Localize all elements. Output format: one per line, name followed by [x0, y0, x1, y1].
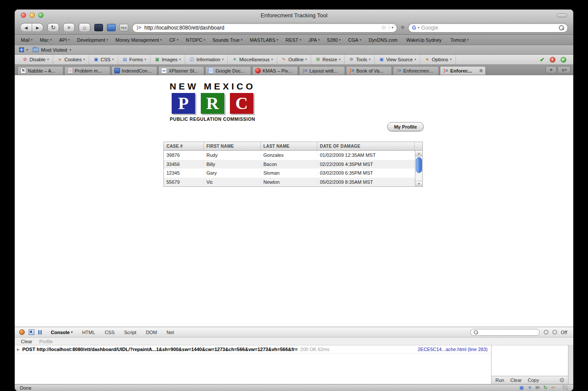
tab-layout-width[interactable]: Layout widt... [299, 66, 345, 75]
firebug-tab-css[interactable]: CSS [105, 330, 115, 335]
url-input[interactable] [144, 25, 379, 31]
bookmark-jpa[interactable]: JPA▾ [309, 37, 320, 43]
scroll-down-button[interactable]: ▼ [415, 181, 422, 186]
mail-status-icon[interactable]: ✉ [535, 385, 539, 390]
tab-problem[interactable]: Problem m... [64, 66, 110, 75]
console-source-link[interactable]: 2ECE5C14...ache.html (line 283) [418, 347, 488, 352]
scroll-up-button[interactable]: ▲ [415, 151, 422, 156]
tab-indexedcon[interactable]: IndexedCon... [111, 66, 157, 75]
bookmark-wakeup-sydney[interactable]: WakeUp Sydney [406, 37, 443, 43]
stop-button[interactable]: × [63, 23, 75, 32]
chevron-down-icon[interactable]: ▾ [70, 48, 71, 52]
refresh-status-icon[interactable]: ↻ [544, 385, 548, 390]
header-date-of-damage[interactable]: DATE OF DAMAGE [317, 142, 415, 150]
resize-grip[interactable] [562, 385, 568, 390]
bookmark-mail[interactable]: Mail▾ [21, 37, 33, 43]
firebug-tab-dom[interactable]: DOM [146, 330, 157, 335]
bookmark-dyndns[interactable]: DynDNS.com [369, 37, 399, 43]
bookmark-cf[interactable]: CF▾ [169, 37, 178, 43]
webdev-item-tools[interactable]: ⚙Tools▾ [345, 55, 375, 64]
webdev-item-disable[interactable]: ⊘Disable▾ [18, 55, 53, 64]
table-scrollbar[interactable]: ▲ ▼ [415, 151, 422, 186]
run-button[interactable]: Run [495, 378, 504, 383]
bookmark-api[interactable]: API▾ [59, 37, 70, 43]
search-engine-dropdown-icon[interactable]: ▾ [418, 26, 419, 30]
firebug-off-label[interactable]: Off [561, 330, 567, 335]
firebug-search-input[interactable] [480, 330, 538, 335]
firebug-icon[interactable] [19, 329, 25, 335]
webdev-item-forms[interactable]: ▤Forms▾ [118, 55, 151, 64]
clear-button[interactable]: Clear [510, 378, 522, 383]
scrollbar-thumb[interactable] [416, 157, 422, 173]
tab-enforcement-1[interactable]: Enforecmen... [393, 66, 439, 75]
tab-enforcement-active[interactable]: Enforec...⊗ [440, 66, 486, 75]
minimize-window-button[interactable] [30, 13, 35, 18]
new-tab-button[interactable]: + [545, 66, 557, 73]
webdev-item-css[interactable]: ▣CSS▾ [89, 55, 118, 64]
disclosure-triangle-icon[interactable]: ▶ [17, 348, 20, 351]
close-window-button[interactable] [21, 13, 26, 18]
webdev-item-view-source[interactable]: ▣View Source▾ [375, 55, 420, 64]
search-bar[interactable]: G ▾ [408, 23, 568, 33]
tag-app-icon[interactable]: TAG [120, 24, 128, 31]
edit-status-icon[interactable]: ✏ [551, 385, 555, 390]
bookmark-mac[interactable]: Mac▾ [40, 37, 52, 43]
tab-close-icon[interactable]: ⊗ [479, 68, 483, 73]
asterisk-status-icon[interactable]: ✳ [528, 385, 532, 390]
tab-kmas[interactable]: KMAS – Piv... [252, 66, 298, 75]
reload-button[interactable]: ↻ [47, 23, 59, 32]
header-first-name[interactable]: FIRST NAME [204, 142, 261, 150]
console-clear-button[interactable]: Clear [21, 339, 32, 344]
tab-xplanner[interactable]: XPXPlanner St... [158, 66, 204, 75]
webdev-item-resize[interactable]: ⊞Resize▾ [311, 55, 345, 64]
tab-nabble[interactable]: NNabble – A... [17, 66, 63, 75]
most-visited-folder[interactable]: Most Visited [41, 47, 67, 53]
search-input[interactable] [421, 25, 557, 31]
tab-list-button[interactable]: ≡▾ [558, 66, 571, 73]
forward-button[interactable]: ▶ [32, 23, 43, 32]
custom-app-icon-2[interactable] [107, 24, 116, 31]
home-button[interactable]: ⌂ [79, 23, 90, 32]
console-log-entry[interactable]: ▶ POST http://localhost:8080/ett/dashboa… [15, 345, 491, 354]
bookmark-development[interactable]: Development▾ [77, 37, 108, 43]
chevron-down-icon[interactable]: ▾ [27, 48, 28, 52]
zoom-window-button[interactable] [38, 13, 43, 18]
firebug-tab-script[interactable]: Script [124, 330, 136, 335]
table-row[interactable]: 39876 Rudy Gonzales 01/02/2009 12:35AM M… [164, 151, 415, 160]
ok-indicator-icon[interactable]: ✓ [561, 57, 566, 63]
bookmark-mastlabs[interactable]: MASTLABS▾ [250, 37, 278, 43]
bookmark-star-icon[interactable]: ☆ [381, 25, 386, 30]
firebug-tab-console[interactable]: Console▾ [51, 330, 73, 335]
command-editor-area[interactable] [492, 345, 568, 376]
webdev-item-options[interactable]: ★Options▾ [420, 55, 455, 64]
search-magnifier-icon[interactable] [559, 25, 564, 30]
console-profile-button[interactable]: Profile [39, 339, 53, 344]
firebug-tab-net[interactable]: Net [166, 330, 174, 335]
pause-icon[interactable] [38, 330, 42, 335]
table-row[interactable]: 12345 Gary Sloman 03/02/2009 6:35PM MST [164, 169, 415, 178]
bookmark-rest[interactable]: REST▾ [286, 37, 301, 43]
webdev-item-miscellaneous[interactable]: ✳Miscellaneous▾ [228, 55, 277, 64]
table-row[interactable]: 33456 Billy Bacon 02/22/2009 4:35PM MST [164, 160, 415, 169]
url-bar[interactable]: ☆ ▾ [132, 23, 397, 33]
bookmark-sounds-true[interactable]: Sounds True▾ [213, 37, 243, 43]
toolbar-toggle-button[interactable] [557, 13, 567, 17]
webdev-item-outline[interactable]: ✎Outline▾ [277, 55, 311, 64]
bookmark-ntdpc[interactable]: NTDPC▾ [186, 37, 205, 43]
smart-bookmarks-icon[interactable] [19, 47, 24, 52]
panel-circle-icon[interactable] [560, 378, 564, 382]
window-status-icon[interactable]: ▣ [519, 385, 524, 390]
firebug-tab-html[interactable]: HTML [82, 330, 95, 335]
bookmark-5280[interactable]: 5280▾ [327, 37, 341, 43]
my-profile-button[interactable]: My Profile [387, 122, 424, 131]
firebug-search-bar[interactable] [470, 329, 540, 336]
bookmark-cga[interactable]: CGA▾ [348, 37, 361, 43]
tab-book-of-vaadin[interactable]: Book of Va... [346, 66, 392, 75]
errors-indicator-icon[interactable]: ! [550, 57, 555, 63]
bookmark-tomcat[interactable]: Tomcat▾ [450, 37, 468, 43]
url-history-dropdown-icon[interactable]: ▾ [389, 26, 393, 30]
firebug-indicator-icon-1[interactable] [544, 330, 548, 335]
webdev-item-cookies[interactable]: ●Cookies▾ [53, 55, 89, 64]
validation-check-icon[interactable]: ✔ [540, 56, 545, 63]
firebug-indicator-icon-2[interactable] [552, 330, 557, 335]
